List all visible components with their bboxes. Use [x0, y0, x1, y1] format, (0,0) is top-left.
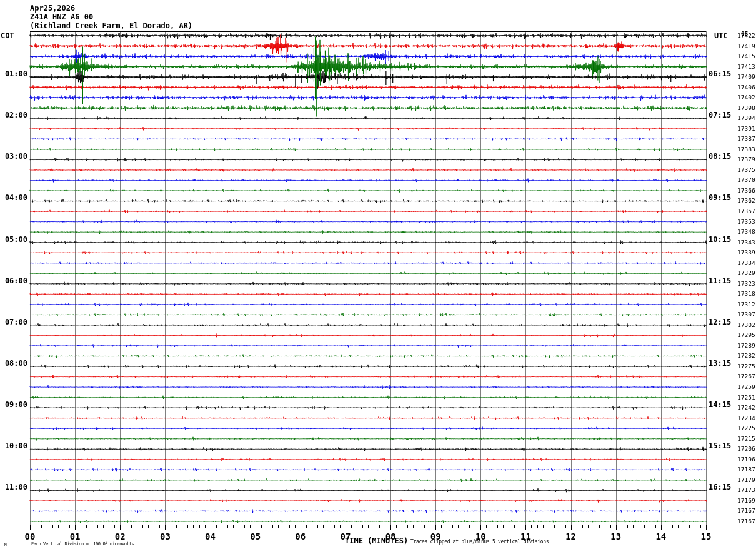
trace-number: 17289 — [737, 343, 755, 349]
trace-number: 17318 — [737, 291, 755, 297]
trace-number: 17215 — [737, 436, 755, 442]
header-date: Apr25,2026 — [30, 4, 75, 13]
trace-number: 17398 — [737, 105, 755, 111]
trace-number: 17167 — [737, 508, 755, 514]
right-time-06:15: 06:15 — [709, 70, 731, 78]
trace-number: 17169 — [737, 498, 755, 504]
trace-number: 17419 — [737, 43, 755, 49]
trace-number: 17312 — [737, 301, 755, 308]
x-tick-14: 14 — [655, 532, 667, 541]
x-tick-12: 12 — [565, 532, 577, 541]
trace-number: 17366 — [737, 188, 755, 194]
trace-number: 17348 — [737, 229, 755, 235]
trace-number: 17302 — [737, 322, 755, 328]
seismogram-plot-canvas — [0, 0, 756, 554]
right-time-16:15: 16:15 — [709, 483, 731, 491]
right-time-12:15: 12:15 — [709, 318, 731, 326]
left-time-09:00: 09:00 — [4, 401, 27, 409]
trace-number: 17402 — [737, 94, 755, 101]
left-time-01:00: 01:00 — [4, 70, 27, 78]
trace-number: 17339 — [737, 249, 755, 256]
trace-number: 17242 — [737, 405, 755, 411]
right-time-09:15: 09:15 — [709, 194, 731, 202]
watermark: M — [4, 542, 7, 546]
trace-number: 17206 — [737, 446, 755, 452]
left-time-07:00: 07:00 — [4, 318, 27, 326]
left-time-02:00: 02:00 — [4, 111, 27, 119]
right-time-14:15: 14:15 — [709, 401, 731, 409]
x-tick-03: 03 — [159, 532, 171, 541]
x-tick-05: 05 — [249, 532, 262, 541]
left-time-05:00: 05:00 — [4, 236, 27, 244]
trace-number: 17187 — [737, 466, 755, 473]
left-time-10:00: 10:00 — [4, 442, 27, 450]
right-time-10:15: 10:15 — [709, 236, 731, 244]
right-time-11:15: 11:15 — [709, 277, 731, 285]
trace-number: 17415 — [737, 53, 755, 59]
trace-number: 17196 — [737, 456, 755, 463]
trace-number: 17391 — [737, 126, 755, 132]
trace-number: 17234 — [737, 415, 755, 421]
right-time-15:15: 15:15 — [709, 442, 731, 450]
right-time-07:15: 07:15 — [709, 111, 731, 119]
trace-number: 17357 — [737, 208, 755, 214]
trace-number: 17383 — [737, 146, 755, 153]
trace-number: 17353 — [737, 219, 755, 225]
x-tick-15: 15 — [700, 532, 712, 541]
webicorder-page: Apr25,2026 Z41A HNZ AG 00 (Richland Cree… — [0, 0, 756, 554]
clip-note: Traces clipped at plus/minus 5 vertical … — [410, 539, 549, 545]
trace-number: 17394 — [737, 115, 755, 121]
left-time-06:00: 06:00 — [4, 277, 27, 285]
left-time-03:00: 03:00 — [4, 153, 27, 161]
trace-number: 17173 — [737, 487, 755, 493]
trace-number: 17225 — [737, 425, 755, 431]
x-axis-title: TIME (MINUTES) — [345, 536, 408, 545]
trace-number: 17282 — [737, 353, 755, 359]
x-tick-13: 13 — [610, 532, 622, 541]
left-timezone-label: CDT — [1, 31, 14, 40]
right-time-13:15: 13:15 — [709, 360, 731, 368]
header-station: Z41A HNZ AG 00 — [30, 13, 93, 21]
x-tick-01: 01 — [69, 532, 81, 541]
trace-number: 17362 — [737, 198, 755, 204]
trace-number: 17387 — [737, 136, 755, 142]
trace-number: 17329 — [737, 270, 755, 276]
trace-number: 17295 — [737, 332, 755, 338]
trace-number: 17179 — [737, 477, 755, 483]
x-tick-02: 02 — [114, 532, 126, 541]
trace-number: 17275 — [737, 363, 755, 370]
trace-number: 17413 — [737, 64, 755, 70]
trace-number: 17334 — [737, 260, 755, 266]
trace-number: 17379 — [737, 156, 755, 163]
x-tick-00: 00 — [24, 532, 36, 541]
trace-number: 17323 — [737, 281, 755, 287]
trace-number: 17375 — [737, 167, 755, 173]
header-location: (Richland Creek Farm, El Dorado, AR) — [30, 21, 192, 30]
trace-number: 17251 — [737, 395, 755, 401]
trace-number: 17409 — [737, 74, 755, 80]
right-time-08:15: 08:15 — [709, 153, 731, 161]
trace-number: 17307 — [737, 311, 755, 318]
trace-number: 17406 — [737, 84, 755, 91]
trace-number: 17343 — [737, 239, 755, 246]
trace-number: 17259 — [737, 384, 755, 390]
scale-note: Each Vertical Division = 100.00 microvol… — [31, 541, 134, 546]
trace-number: 17167 — [737, 518, 755, 525]
trace-number: 17422 — [737, 33, 755, 39]
right-timezone-label: UTC — [714, 31, 728, 40]
left-time-11:00: 11:00 — [4, 483, 27, 491]
trace-number: 17267 — [737, 373, 755, 380]
left-time-04:00: 04:00 — [4, 194, 27, 202]
trace-number: 17370 — [737, 177, 755, 183]
x-tick-04: 04 — [204, 532, 217, 541]
left-time-08:00: 08:00 — [4, 360, 27, 368]
x-tick-06: 06 — [294, 532, 307, 541]
